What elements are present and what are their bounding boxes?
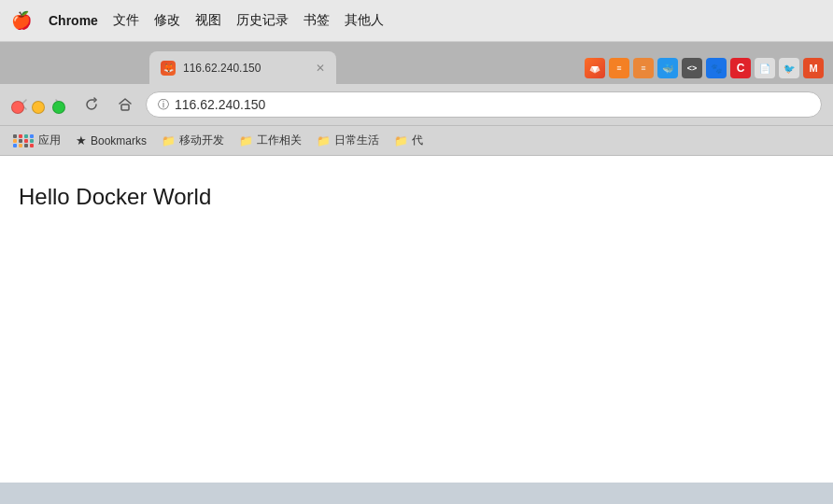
page-content: Hello Docker World — [0, 156, 833, 483]
security-icon: ⓘ — [158, 97, 169, 113]
folder-daily-label: 日常生活 — [334, 133, 379, 148]
refresh-button[interactable] — [78, 91, 105, 118]
minimize-button[interactable] — [32, 101, 45, 114]
close-button[interactable] — [11, 101, 24, 114]
paw-icon[interactable]: 🐾 — [706, 58, 727, 78]
tab-bar: 🦊 116.62.240.150 ✕ ≡ ≡ 🐳 <> 🐾 C 📄 🐦 M — [0, 42, 833, 84]
file-icon[interactable]: 📄 — [755, 58, 775, 78]
folder-icon-4: 📁 — [394, 134, 408, 147]
folder-daily[interactable]: 📁 日常生活 — [311, 131, 385, 150]
apps-button[interactable]: 应用 — [7, 131, 66, 150]
apps-grid-icon — [13, 134, 35, 147]
menu-other[interactable]: 其他人 — [345, 12, 384, 29]
bookmarks-button[interactable]: ★ Bookmarks — [70, 132, 152, 149]
active-tab[interactable]: 🦊 116.62.240.150 ✕ — [149, 51, 336, 84]
coda-icon[interactable]: C — [730, 58, 751, 78]
nav-bar: ⓘ 116.62.240.150 — [0, 84, 833, 126]
traffic-lights — [11, 86, 65, 128]
tab-title: 116.62.240.150 — [183, 62, 308, 75]
bookmarks-label: Bookmarks — [91, 134, 147, 147]
bookmarks-bar: 应用 ★ Bookmarks 📁 移动开发 📁 工作相关 📁 日常生活 📁 代 — [0, 126, 833, 156]
browser-chrome: 🦊 116.62.240.150 ✕ ≡ ≡ 🐳 <> 🐾 C 📄 🐦 M — [0, 42, 833, 156]
m-icon[interactable]: M — [803, 58, 824, 78]
home-button[interactable] — [112, 91, 138, 118]
folder-code[interactable]: 📁 代 — [388, 131, 429, 150]
folder-icon-2: 📁 — [239, 134, 253, 147]
menu-items: Chrome 文件 修改 视图 历史记录 书签 其他人 — [49, 12, 384, 29]
menu-history[interactable]: 历史记录 — [236, 12, 289, 29]
menu-file[interactable]: 文件 — [113, 12, 139, 29]
menu-bar: 🍎 Chrome 文件 修改 视图 历史记录 书签 其他人 — [0, 0, 833, 42]
folder-icon-1: 📁 — [162, 134, 176, 147]
star-icon: ★ — [76, 133, 87, 147]
stackoverflow-icon[interactable]: ≡ — [609, 58, 629, 78]
folder-work-label: 工作相关 — [257, 133, 302, 148]
folder-mobile-dev[interactable]: 📁 移动开发 — [156, 131, 230, 150]
bird-icon[interactable]: 🐦 — [779, 58, 799, 78]
menu-bookmarks[interactable]: 书签 — [304, 12, 330, 29]
page-heading: Hello Docker World — [19, 184, 814, 210]
folder-icon-3: 📁 — [317, 134, 331, 147]
folder-mobile-label: 移动开发 — [179, 133, 224, 148]
menu-view[interactable]: 视图 — [195, 12, 221, 29]
url-text: 116.62.240.150 — [175, 97, 265, 112]
docker-icon[interactable]: 🐳 — [657, 58, 678, 78]
tab-favicon: 🦊 — [161, 61, 176, 76]
code-icon[interactable]: <> — [682, 58, 702, 78]
address-bar[interactable]: ⓘ 116.62.240.150 — [146, 91, 822, 118]
folder-work[interactable]: 📁 工作相关 — [233, 131, 307, 150]
tab-close-icon[interactable]: ✕ — [316, 62, 325, 75]
apps-label: 应用 — [38, 133, 61, 148]
menu-edit[interactable]: 修改 — [154, 12, 180, 29]
gitlab-icon[interactable] — [585, 58, 605, 78]
maximize-button[interactable] — [52, 101, 65, 114]
apple-menu[interactable]: 🍎 — [11, 10, 32, 31]
svg-rect-0 — [121, 105, 129, 110]
stackoverflow2-icon[interactable]: ≡ — [633, 58, 654, 78]
folder-code-label: 代 — [412, 133, 423, 148]
menu-chrome[interactable]: Chrome — [49, 13, 98, 28]
